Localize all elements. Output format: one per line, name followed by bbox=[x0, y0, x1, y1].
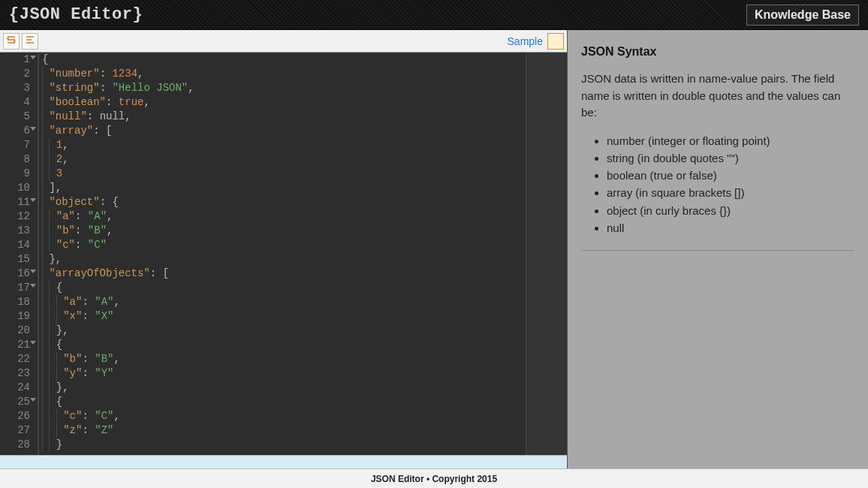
app-logo: {JSON Editor} bbox=[9, 5, 143, 24]
line-number: 18 bbox=[0, 295, 30, 309]
line-number: 20 bbox=[0, 324, 30, 338]
code-line[interactable]: "arrayOfObjects": [ bbox=[42, 267, 523, 281]
code-line[interactable]: "z": "Z" bbox=[42, 423, 523, 438]
line-number: 8 bbox=[0, 152, 30, 167]
line-number: 16 bbox=[0, 267, 30, 281]
line-number: 6 bbox=[0, 124, 30, 138]
format-compact-button[interactable] bbox=[3, 33, 20, 50]
line-number: 4 bbox=[0, 95, 30, 110]
code-line[interactable]: }, bbox=[42, 252, 523, 267]
format-compact-icon bbox=[6, 35, 17, 48]
search-button[interactable] bbox=[547, 33, 564, 50]
code-line[interactable]: "array": [ bbox=[42, 124, 523, 138]
format-expand-button[interactable] bbox=[22, 33, 38, 50]
line-number: 5 bbox=[0, 110, 30, 124]
code-line[interactable]: { bbox=[42, 338, 523, 352]
line-number: 26 bbox=[0, 409, 30, 423]
fold-toggle-icon[interactable] bbox=[30, 198, 36, 202]
line-number-gutter: 1234567891011121314151617181920212223242… bbox=[0, 53, 38, 455]
line-number: 23 bbox=[0, 366, 30, 381]
line-number: 27 bbox=[0, 423, 30, 438]
code-line[interactable]: 1, bbox=[42, 138, 523, 152]
line-number: 22 bbox=[0, 352, 30, 366]
line-number: 17 bbox=[0, 281, 30, 295]
footer-text: JSON Editor • Copyright 2015 bbox=[371, 474, 497, 484]
kb-list-item: number (integer or floating point) bbox=[607, 132, 854, 149]
fold-toggle-icon[interactable] bbox=[30, 284, 36, 288]
kb-list-item: string (in double quotes "") bbox=[607, 149, 854, 167]
line-number: 28 bbox=[0, 438, 30, 452]
line-number: 9 bbox=[0, 167, 30, 181]
code-line[interactable]: 2, bbox=[42, 152, 523, 167]
knowledge-base-button[interactable]: Knowledge Base bbox=[746, 5, 859, 26]
line-number: 24 bbox=[0, 381, 30, 395]
code-line[interactable]: "object": { bbox=[42, 195, 523, 209]
fold-toggle-icon[interactable] bbox=[30, 56, 36, 59]
fold-toggle-icon[interactable] bbox=[30, 341, 36, 345]
kb-title: JSON Syntax bbox=[581, 45, 854, 59]
load-sample-link[interactable]: Sample bbox=[508, 35, 547, 47]
code-line[interactable]: { bbox=[42, 395, 523, 409]
line-number: 10 bbox=[0, 181, 30, 195]
horizontal-scrollbar[interactable] bbox=[0, 455, 567, 468]
app-header: {JSON Editor} Knowledge Base bbox=[0, 0, 868, 30]
code-line[interactable]: "null": null, bbox=[42, 110, 523, 124]
footer: JSON Editor • Copyright 2015 bbox=[0, 468, 868, 488]
code-line[interactable]: { bbox=[42, 53, 523, 67]
code-line[interactable]: "string": "Hello JSON", bbox=[42, 81, 523, 95]
line-number: 3 bbox=[0, 81, 30, 95]
code-line[interactable]: }, bbox=[42, 324, 523, 338]
fold-toggle-icon[interactable] bbox=[30, 270, 36, 273]
code-line[interactable]: "y": "Y" bbox=[42, 366, 523, 381]
line-number: 15 bbox=[0, 252, 30, 267]
editor-toolbar: Sample bbox=[0, 30, 567, 53]
code-line[interactable]: }, bbox=[42, 381, 523, 395]
code-line[interactable]: "a": "A", bbox=[42, 295, 523, 309]
line-number: 14 bbox=[0, 238, 30, 252]
kb-list-item: null bbox=[607, 219, 854, 236]
knowledge-base-panel: JSON Syntax JSON data is written in name… bbox=[568, 30, 868, 468]
line-number: 12 bbox=[0, 209, 30, 224]
code-line[interactable]: 3 bbox=[42, 167, 523, 181]
code-editor[interactable]: 1234567891011121314151617181920212223242… bbox=[0, 53, 567, 455]
code-line[interactable]: ], bbox=[42, 181, 523, 195]
minimap-spacer bbox=[526, 53, 567, 455]
code-line[interactable]: "x": "X" bbox=[42, 309, 523, 324]
line-number: 11 bbox=[0, 195, 30, 209]
fold-toggle-icon[interactable] bbox=[30, 398, 36, 402]
code-line[interactable]: "number": 1234, bbox=[42, 67, 523, 81]
kb-list-item: boolean (true or false) bbox=[607, 167, 854, 184]
kb-list-item: object (in curly braces {}) bbox=[607, 202, 854, 219]
code-line[interactable]: "b": "B", bbox=[42, 224, 523, 238]
code-area[interactable]: { "number": 1234, "string": "Hello JSON"… bbox=[38, 53, 526, 455]
format-expand-icon bbox=[25, 35, 35, 48]
code-line[interactable]: } bbox=[42, 438, 523, 452]
kb-list-item: array (in square brackets []) bbox=[607, 184, 854, 201]
line-number: 21 bbox=[0, 338, 30, 352]
code-line[interactable]: "boolean": true, bbox=[42, 95, 523, 110]
line-number: 13 bbox=[0, 224, 30, 238]
line-number: 7 bbox=[0, 138, 30, 152]
kb-value-type-list: number (integer or floating point)string… bbox=[581, 132, 854, 237]
kb-description: JSON data is written in name-value pairs… bbox=[581, 71, 854, 122]
fold-toggle-icon[interactable] bbox=[30, 127, 36, 131]
code-line[interactable]: "b": "B", bbox=[42, 352, 523, 366]
code-line[interactable]: "c": "C", bbox=[42, 409, 523, 423]
code-line[interactable]: "a": "A", bbox=[42, 209, 523, 224]
code-line[interactable]: "c": "C" bbox=[42, 238, 523, 252]
main-content: Sample 123456789101112131415161718192021… bbox=[0, 30, 868, 468]
line-number: 2 bbox=[0, 67, 30, 81]
line-number: 19 bbox=[0, 309, 30, 324]
line-number: 1 bbox=[0, 53, 30, 67]
editor-panel: Sample 123456789101112131415161718192021… bbox=[0, 30, 568, 468]
code-line[interactable]: { bbox=[42, 281, 523, 295]
line-number: 25 bbox=[0, 395, 30, 409]
kb-divider bbox=[581, 250, 854, 251]
